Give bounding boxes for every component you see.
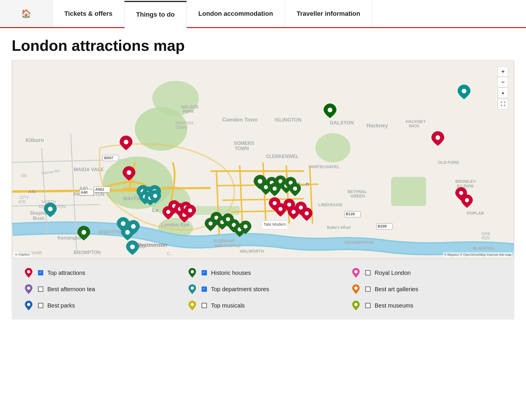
svg-text:MAYFAIR: MAYFAIR bbox=[123, 196, 145, 202]
department-stores-checkbox[interactable] bbox=[202, 287, 207, 292]
svg-text:KNIGHTSBRIDGE: KNIGHTSBRIDGE bbox=[98, 230, 138, 235]
svg-text:TOWN: TOWN bbox=[175, 125, 187, 130]
svg-text:Bush: Bush bbox=[33, 216, 44, 221]
svg-text:ATE: ATE bbox=[18, 199, 26, 204]
svg-text:Shepherd's: Shepherd's bbox=[30, 211, 55, 216]
map-legend: Top attractions Historic houses Royal Lo… bbox=[12, 259, 514, 320]
attribution-text: © Mapbox © OpenStreetMap Improve this ma… bbox=[444, 253, 511, 256]
zoom-in-button[interactable]: + bbox=[498, 66, 508, 77]
svg-point-139 bbox=[27, 270, 30, 273]
svg-point-140 bbox=[191, 270, 194, 273]
svg-text:GRE: GRE bbox=[482, 231, 490, 236]
top-attractions-label: Top attractions bbox=[47, 270, 85, 276]
nav-traveller[interactable]: Traveller information bbox=[285, 0, 372, 27]
map-background: A40 A501 A40 Kilburn MAIDA VALE PADDINGT… bbox=[12, 60, 514, 258]
royal-london-label: Royal London bbox=[375, 270, 411, 276]
svg-text:GE: GE bbox=[21, 173, 27, 178]
nav-traveller-label: Traveller information bbox=[297, 10, 360, 18]
svg-text:NORTH: NORTH bbox=[41, 199, 56, 204]
svg-text:LIMEHOUSE: LIMEHOUSE bbox=[318, 202, 342, 207]
nav-things-to-do[interactable]: Things to do bbox=[124, 1, 187, 28]
afternoon-tea-checkbox[interactable] bbox=[38, 287, 43, 292]
best-parks-checkbox[interactable] bbox=[38, 303, 43, 308]
svg-text:HACKNEY: HACKNEY bbox=[406, 119, 426, 124]
royal-london-icon bbox=[351, 268, 361, 278]
nav-accommodation[interactable]: London accommodation bbox=[187, 0, 285, 27]
legend-royal-london: Royal London bbox=[351, 268, 503, 278]
svg-text:Kilburn: Kilburn bbox=[25, 137, 44, 143]
zoom-out-button[interactable]: − bbox=[498, 77, 508, 87]
svg-point-142 bbox=[27, 287, 30, 290]
svg-point-144 bbox=[354, 287, 357, 290]
nav-accommodation-label: London accommodation bbox=[198, 10, 273, 18]
mapbox-logo: ⊙ mapbox bbox=[13, 252, 31, 257]
best-museums-checkbox[interactable] bbox=[365, 303, 371, 308]
svg-text:PEN: PEN bbox=[482, 236, 490, 240]
department-stores-icon bbox=[187, 284, 198, 294]
nav-home[interactable]: 🏠 bbox=[0, 0, 53, 27]
svg-text:Westminster: Westminster bbox=[136, 242, 167, 248]
north-button[interactable]: ▲ bbox=[498, 87, 508, 98]
svg-text:ELEPHANT: ELEPHANT bbox=[214, 239, 236, 243]
historic-houses-label: Historic houses bbox=[211, 270, 251, 276]
svg-text:Camden Town: Camden Town bbox=[222, 117, 257, 123]
svg-text:DALSTON: DALSTON bbox=[330, 120, 354, 126]
svg-text:WHITECHAPEL: WHITECHAPEL bbox=[310, 164, 340, 169]
svg-text:ISLINGTON: ISLINGTON bbox=[275, 117, 302, 123]
map-section: A40 A501 A40 Kilburn MAIDA VALE PADDINGT… bbox=[12, 60, 514, 320]
top-musicals-icon bbox=[187, 300, 198, 311]
svg-text:C...: C... bbox=[167, 251, 174, 256]
svg-rect-8 bbox=[181, 206, 240, 215]
royal-london-checkbox[interactable] bbox=[365, 270, 371, 275]
top-attractions-icon bbox=[23, 268, 34, 278]
svg-text:BROMPTON: BROMPTON bbox=[74, 250, 101, 255]
top-musicals-checkbox[interactable] bbox=[202, 303, 207, 308]
svg-text:GREEN: GREEN bbox=[350, 194, 365, 198]
svg-point-145 bbox=[27, 303, 30, 306]
svg-point-4 bbox=[315, 133, 350, 162]
fullscreen-button[interactable]: ⛶ bbox=[498, 99, 508, 110]
svg-text:B205: B205 bbox=[378, 224, 387, 228]
home-icon: 🏠 bbox=[21, 9, 31, 18]
svg-text:A40: A40 bbox=[81, 190, 88, 195]
art-galleries-checkbox[interactable] bbox=[365, 287, 371, 292]
legend-top-musicals: Top musicals bbox=[187, 300, 339, 311]
best-museums-icon bbox=[351, 300, 361, 311]
art-galleries-label: Best art galleries bbox=[375, 286, 418, 293]
afternoon-tea-label: Best afternoon tea bbox=[47, 286, 95, 293]
department-stores-label: Top department stores bbox=[211, 286, 269, 293]
svg-rect-6 bbox=[391, 177, 426, 206]
svg-text:London Eye: London Eye bbox=[161, 222, 189, 228]
legend-top-attractions: Top attractions bbox=[23, 268, 175, 278]
page-title: London attractions map bbox=[0, 28, 526, 60]
top-musicals-label: Top musicals bbox=[211, 302, 245, 309]
svg-text:ROTHERHITHE: ROTHERHITHE bbox=[345, 240, 374, 245]
nav-tickets-label: Tickets & offers bbox=[64, 10, 113, 18]
navigation: 🏠 Tickets & offers Things to do London a… bbox=[0, 0, 526, 28]
svg-text:CITY: CITY bbox=[20, 195, 29, 200]
afternoon-tea-icon bbox=[23, 284, 34, 294]
legend-best-museums: Best museums bbox=[351, 300, 503, 311]
svg-text:SOMERS: SOMERS bbox=[234, 141, 254, 146]
svg-text:Butler's Wharf: Butler's Wharf bbox=[327, 225, 351, 230]
svg-text:BELSIZE: BELSIZE bbox=[181, 105, 199, 110]
svg-text:Hackney: Hackney bbox=[366, 123, 388, 129]
legend-afternoon-tea: Best afternoon tea bbox=[23, 284, 175, 294]
svg-text:KENSINGTON: KENSINGTON bbox=[39, 204, 65, 209]
svg-text:B126: B126 bbox=[346, 212, 355, 216]
svg-text:AND CASTLE: AND CASTLE bbox=[214, 243, 240, 248]
nav-tickets[interactable]: Tickets & offers bbox=[53, 0, 124, 27]
map-container[interactable]: A40 A501 A40 Kilburn MAIDA VALE PADDINGT… bbox=[12, 60, 514, 259]
svg-text:POPLAR: POPLAR bbox=[467, 211, 484, 216]
svg-text:A501: A501 bbox=[95, 187, 104, 192]
legend-best-parks: Best parks bbox=[23, 300, 175, 311]
svg-text:WALWORTH: WALWORTH bbox=[240, 249, 264, 254]
svg-text:MAIDA VALE: MAIDA VALE bbox=[74, 167, 104, 172]
map-attribution: © Mapbox © OpenStreetMap Improve this ma… bbox=[443, 252, 513, 257]
nav-things-label: Things to do bbox=[136, 11, 175, 18]
top-attractions-checkbox[interactable] bbox=[38, 270, 43, 275]
historic-houses-checkbox[interactable] bbox=[202, 270, 207, 275]
historic-houses-icon bbox=[187, 268, 198, 278]
svg-text:Lo: Lo bbox=[152, 207, 158, 213]
svg-text:PARK: PARK bbox=[183, 109, 194, 114]
